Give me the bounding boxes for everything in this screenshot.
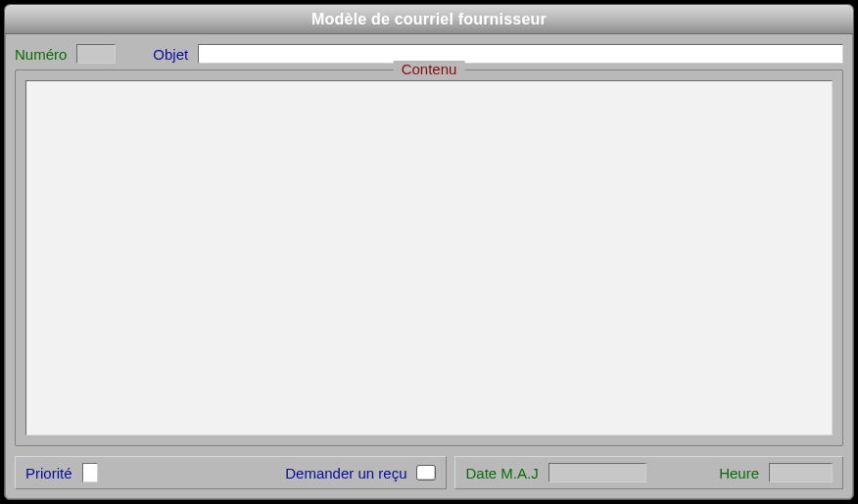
receipt-label: Demander un reçu bbox=[285, 465, 406, 481]
window-body: Numéro Objet Contenu Priorité Demander u… bbox=[5, 34, 853, 499]
window-title: Modèle de courriel fournisseur bbox=[311, 11, 547, 28]
titlebar[interactable]: Modèle de courriel fournisseur bbox=[5, 5, 853, 34]
priority-field[interactable] bbox=[82, 463, 98, 482]
subject-label: Objet bbox=[153, 46, 188, 63]
number-field bbox=[76, 44, 116, 64]
content-textarea[interactable] bbox=[25, 80, 833, 435]
footer-left-panel: Priorité Demander un reçu bbox=[15, 456, 447, 489]
time-field bbox=[769, 463, 833, 482]
time-label: Heure bbox=[719, 465, 759, 481]
priority-label: Priorité bbox=[25, 465, 72, 481]
dialog-window: Modèle de courriel fournisseur Numéro Ob… bbox=[4, 4, 854, 500]
subject-input[interactable] bbox=[198, 44, 843, 64]
content-fieldset: Contenu bbox=[15, 69, 843, 446]
number-label: Numéro bbox=[15, 46, 67, 63]
date-field bbox=[548, 463, 646, 482]
content-legend: Contenu bbox=[394, 61, 465, 77]
footer-right-panel: Date M.A.J Heure bbox=[454, 456, 843, 489]
date-label: Date M.A.J bbox=[465, 465, 538, 481]
receipt-checkbox[interactable] bbox=[416, 465, 436, 481]
footer-row: Priorité Demander un reçu Date M.A.J Heu… bbox=[15, 456, 843, 489]
